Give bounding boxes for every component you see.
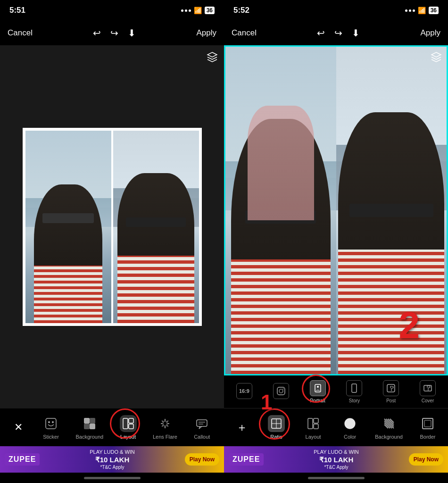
toolbar-right: Cancel ↩ ↪ ⬇ Apply xyxy=(224,21,448,45)
close-button-left[interactable]: ✕ xyxy=(10,417,26,437)
undo-icon-right[interactable]: ↩ xyxy=(317,27,325,39)
ad-banner-left[interactable]: ZUPEE PLAY LUDO & WIN ₹10 LAKH *T&C Appl… xyxy=(0,446,224,473)
ratio-tool[interactable]: Ratio 1 xyxy=(265,415,288,440)
background-tool-left[interactable]: Background xyxy=(75,415,103,440)
photo-right-half xyxy=(113,131,199,323)
home-indicator-right xyxy=(224,473,448,483)
status-time-right: 5:52 xyxy=(233,6,249,15)
svg-rect-5 xyxy=(90,418,95,424)
ratio-tool-label: Ratio xyxy=(270,434,282,440)
svg-rect-27 xyxy=(314,418,318,423)
svg-rect-28 xyxy=(314,424,318,429)
background-tool-right[interactable]: Background xyxy=(375,415,403,440)
svg-rect-7 xyxy=(90,424,95,429)
instagram-icon xyxy=(273,383,289,399)
cancel-button-left[interactable]: Cancel xyxy=(8,28,33,38)
lens-flare-icon xyxy=(157,415,174,432)
svg-rect-1 xyxy=(46,418,56,429)
svg-point-17 xyxy=(282,388,283,389)
layers-icon-right[interactable] xyxy=(430,51,442,63)
svg-rect-11 xyxy=(197,420,207,426)
ratio-cover[interactable]: Cover xyxy=(417,380,438,403)
cancel-button-right[interactable]: Cancel xyxy=(232,28,257,38)
svg-rect-10 xyxy=(129,424,133,429)
download-icon-right[interactable]: ⬇ xyxy=(352,27,360,39)
ratio-story[interactable]: Story xyxy=(344,380,365,403)
layout-tool-left[interactable]: Layout xyxy=(116,415,140,440)
ratio-post[interactable]: Post xyxy=(381,380,401,403)
home-bar-left xyxy=(84,477,141,479)
border-tool[interactable]: Border xyxy=(416,415,440,440)
background-label-right: Background xyxy=(375,434,403,440)
story-label: Story xyxy=(349,398,360,403)
toolbar-left: Cancel ↩ ↪ ⬇ Apply xyxy=(0,21,224,45)
home-bar-right xyxy=(308,477,365,479)
ratio-16-9[interactable]: 16:9 xyxy=(234,383,255,401)
ad-banner-right[interactable]: ZUPEE PLAY LUDO & WIN ₹10 LAKH *T&C Appl… xyxy=(224,446,448,473)
photo-right-full xyxy=(336,47,447,374)
ratio-portrait[interactable]: Portrait xyxy=(307,380,328,403)
svg-point-30 xyxy=(345,418,355,429)
download-icon-left[interactable]: ⬇ xyxy=(128,27,136,39)
svg-rect-20 xyxy=(352,384,357,392)
layout-tool-right[interactable]: Layout xyxy=(301,415,325,440)
ad-cta-right[interactable]: Play Now xyxy=(409,453,443,466)
ad-text-left: PLAY LUDO & WIN ₹10 LAKH *T&C Apply xyxy=(40,449,184,471)
lens-flare-tool[interactable]: Lens Flare xyxy=(153,415,177,440)
ad-logo-left: ZUPEE xyxy=(5,453,40,466)
callout-tool[interactable]: Callout xyxy=(190,415,214,440)
add-button[interactable]: ＋ xyxy=(232,418,251,437)
layout-icon-right xyxy=(305,415,322,432)
status-time-left: 5:51 xyxy=(9,6,25,15)
photo-collage-left xyxy=(23,128,202,326)
signal-dots-left xyxy=(181,9,191,12)
ratio-bar: 16:9 xyxy=(224,375,448,408)
annotation-2: 2 xyxy=(399,304,420,347)
svg-rect-21 xyxy=(387,384,395,392)
bottom-tools-left: ✕ Sticker xyxy=(0,408,224,446)
sticker-icon xyxy=(42,415,59,432)
right-phone-panel: 5:52 📶 36 Cancel ↩ ↪ ⬇ Apply xyxy=(224,0,448,483)
cover-label: Cover xyxy=(422,398,434,403)
wifi-icon-right: 📶 xyxy=(418,7,426,14)
apply-button-right[interactable]: Apply xyxy=(420,28,440,38)
apply-button-left[interactable]: Apply xyxy=(196,28,216,38)
ratio-tool-icon xyxy=(268,415,285,432)
signal-dots-right xyxy=(405,9,415,12)
svg-rect-39 xyxy=(424,420,431,427)
image-area-right: 2 xyxy=(224,45,448,375)
battery-right: 36 xyxy=(429,7,439,14)
home-indicator-left xyxy=(0,473,224,483)
redo-icon-right[interactable]: ↪ xyxy=(334,27,342,39)
status-bar-left: 5:51 📶 36 xyxy=(0,0,224,21)
svg-marker-0 xyxy=(207,52,217,57)
redo-icon-left[interactable]: ↪ xyxy=(110,27,118,39)
story-icon xyxy=(346,380,362,396)
svg-rect-8 xyxy=(123,418,128,429)
layers-icon-left[interactable] xyxy=(206,51,218,63)
border-icon xyxy=(419,415,436,432)
wifi-icon-left: 📶 xyxy=(194,7,202,14)
bottom-area-right: 16:9 xyxy=(224,375,448,483)
svg-rect-4 xyxy=(84,418,90,424)
svg-point-3 xyxy=(52,421,54,423)
status-icons-left: 📶 36 xyxy=(181,7,215,14)
callout-icon xyxy=(193,415,210,432)
sticker-tool[interactable]: Sticker xyxy=(39,415,63,440)
color-icon xyxy=(341,415,358,432)
background-icon-left xyxy=(81,415,98,432)
toolbar-actions-right: ↩ ↪ ⬇ xyxy=(317,27,360,39)
undo-icon-left[interactable]: ↩ xyxy=(93,27,101,39)
sticker-label: Sticker xyxy=(43,434,59,440)
border-label: Border xyxy=(420,434,435,440)
svg-point-19 xyxy=(317,386,319,388)
color-tool[interactable]: Color xyxy=(338,415,362,440)
ratio-instagram[interactable] xyxy=(271,383,291,401)
annotation-1: 1 xyxy=(261,391,272,414)
svg-rect-6 xyxy=(84,424,90,429)
color-label: Color xyxy=(344,434,356,440)
layout-label-left: Layout xyxy=(120,434,136,440)
svg-marker-14 xyxy=(431,52,441,57)
ad-cta-left[interactable]: Play Now xyxy=(185,453,219,466)
photo-bg-left xyxy=(25,131,111,323)
